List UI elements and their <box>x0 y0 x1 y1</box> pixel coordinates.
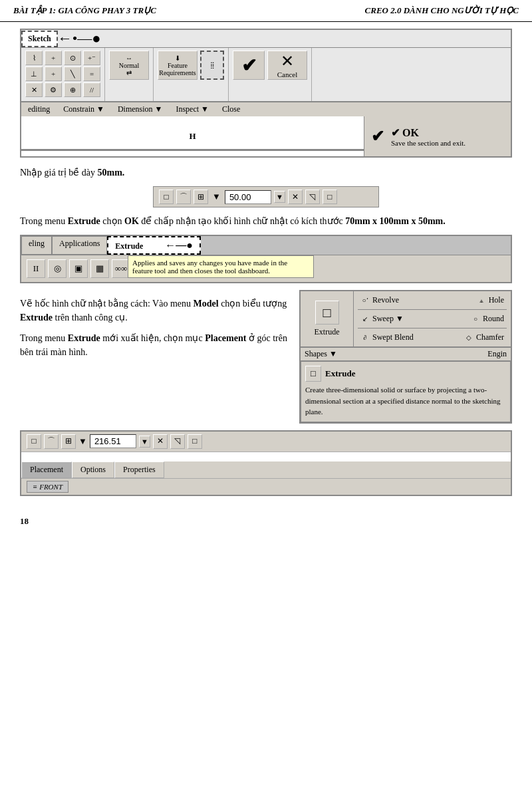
front-label-row: ≡ FRONT <box>21 478 511 495</box>
tooltip-box: Applies and saves any changes you have m… <box>128 255 314 278</box>
feature-req-group: ⬇ Feature Requirements ⣿ <box>158 51 224 80</box>
swept-blend-item[interactable]: ∂ Swept Blend ◇ Chamfer <box>358 331 507 344</box>
pause-btn[interactable]: II <box>27 259 45 278</box>
tab-placement[interactable]: Placement <box>21 461 72 478</box>
sweep-item[interactable]: ↙ Sweep ▼ ○ Round <box>358 313 507 325</box>
tab-eling[interactable]: eling <box>21 236 52 255</box>
tab-options[interactable]: Options <box>72 461 114 478</box>
round-label[interactable]: Round <box>483 314 504 324</box>
ok-save-label: ✔ OK <box>391 126 466 139</box>
sketch-tab[interactable]: Sketch <box>21 31 58 47</box>
shapes-label[interactable]: Shapes ▼ <box>305 349 337 359</box>
tab-extrude[interactable]: Extrude ←—● <box>107 236 201 255</box>
revolve-label: Revolve <box>372 295 399 305</box>
header-right: CREO 2.0 DÀNH CHO NGƯỜI TỰ HỌC <box>365 5 519 16</box>
extrude-info-title-text: Extrude <box>325 368 356 379</box>
tool-btn-8[interactable]: = <box>83 66 100 81</box>
menu-bar: editing Constrain ▼ Dimension ▼ Inspect … <box>21 102 511 116</box>
col2-bold2: Placement <box>205 333 246 343</box>
menu-constrain[interactable]: Constrain ▼ <box>57 102 111 116</box>
col1-bold1: Model <box>194 299 219 309</box>
toolbar-top-row: Sketch ←•—● <box>21 30 511 48</box>
bottom-depth-input[interactable] <box>90 434 136 448</box>
shapes-bar: Shapes ▼ Engin <box>301 347 511 361</box>
bottom-value-area: □ ⌒ ⊞ ▼ ▼ ✕ ◹ □ Placement Options Proper… <box>20 430 512 496</box>
extrude-btn-label: Extrude <box>315 327 340 337</box>
cancel-label: Cancel <box>277 70 298 78</box>
para1: Nhập giá trị bề dày 50mm. <box>20 166 512 180</box>
para1-text: Nhập giá trị bề dày <box>20 168 97 178</box>
revolve-icon: ○ʻ <box>360 296 370 305</box>
bottom-flat-icon[interactable]: □ <box>188 434 202 449</box>
grid-btn[interactable]: ▣ <box>69 259 88 278</box>
extrude-left-btn[interactable]: □ Extrude <box>301 291 354 346</box>
tool-btn-9[interactable]: ✕ <box>25 82 43 97</box>
angle-icon[interactable]: ◹ <box>305 190 320 204</box>
tool-btn-12[interactable]: // <box>83 82 100 97</box>
col-right-panel: □ Extrude ○ʻ Revolve ⟁ Hole <box>299 290 512 424</box>
bottom-unit-dropdown[interactable]: ▼ <box>139 436 150 448</box>
toolbar-area: Sketch ←•—● ⌇ + ⊙ +⁻ ⊥ + ╲ = <box>20 29 512 158</box>
engin-label: Engin <box>487 349 507 359</box>
feature-dotted-btn[interactable]: ⣿ <box>200 51 224 80</box>
tool-btn-10[interactable]: ⚙ <box>45 82 62 97</box>
menu-dimension[interactable]: Dimension ▼ <box>111 102 170 116</box>
extrude-3d-icon: □ <box>315 301 339 325</box>
extrude-tab-label: Extrude <box>115 241 143 251</box>
tool-btn-1[interactable]: ⌇ <box>25 51 43 65</box>
cancel-button[interactable]: ✕ Cancel <box>267 51 307 80</box>
no-sym-icon[interactable]: ✕ <box>288 190 303 204</box>
feature-req-button[interactable]: ⬇ Feature Requirements <box>158 51 198 80</box>
col-left-text: Vẽ hốc hình chữ nhật bằng cách: Vào menu… <box>20 290 289 424</box>
flat-icon[interactable]: □ <box>323 190 337 204</box>
extrude-arrow: ←—● <box>165 239 193 251</box>
depth-value-input[interactable] <box>225 190 271 204</box>
cancel-x-icon: ✕ <box>281 52 294 70</box>
icon-row1: ⌇ + ⊙ +⁻ <box>25 51 100 65</box>
ok-cancel-section: ✔ ✕ Cancel <box>229 48 312 101</box>
tool-btn-11[interactable]: ⊕ <box>64 82 81 97</box>
tab-applications[interactable]: Applications <box>52 236 107 255</box>
bottom-arc-icon[interactable]: ⌒ <box>44 434 59 449</box>
normal-section: ↔ Normal ⇄ <box>105 48 154 101</box>
sep2 <box>358 328 507 329</box>
ok-checkmark-button[interactable]: ✔ <box>233 51 265 80</box>
col2-text1: Trong menu <box>20 333 68 343</box>
page-number-section: 18 <box>0 509 532 533</box>
chamfer-label[interactable]: Chamfer <box>476 332 504 342</box>
extrude-info-icon: □ <box>305 366 321 382</box>
col2-text2: mới xuất hiện, chọn mục <box>100 333 205 343</box>
hole-label[interactable]: Hole <box>489 295 504 305</box>
tab-properties[interactable]: Properties <box>114 461 164 478</box>
dots-btn[interactable]: ▦ <box>90 259 109 278</box>
col1-bold2: Extrude <box>20 313 53 323</box>
revolve-item[interactable]: ○ʻ Revolve ⟁ Hole <box>358 294 507 307</box>
extrude-info-text: Create three-dimensional solid or surfac… <box>305 384 506 418</box>
grid-icon[interactable]: ⊞ <box>194 190 208 204</box>
menu-inspect[interactable]: Inspect ▼ <box>169 102 215 116</box>
chamfer-group: ◇ Chamfer <box>464 332 504 342</box>
bottom-rect-icon[interactable]: □ <box>27 434 41 449</box>
tool-btn-3[interactable]: ⊙ <box>64 51 81 65</box>
normal-button[interactable]: ↔ Normal ⇄ <box>109 51 149 80</box>
tool-btn-2[interactable]: + <box>45 51 62 65</box>
menu-editing[interactable]: editing <box>21 102 57 116</box>
circle-btn[interactable]: ◎ <box>48 259 66 278</box>
menu-close[interactable]: Close <box>215 102 247 116</box>
unit-dropdown[interactable]: ▼ <box>274 191 285 203</box>
bottom-grid-icon[interactable]: ⊞ <box>61 434 76 449</box>
hole-group: ⟁ Hole <box>477 295 504 305</box>
rect-icon[interactable]: □ <box>159 190 174 204</box>
left-icon-section: ⌇ + ⊙ +⁻ ⊥ + ╲ = ✕ ⚙ ⊕ // <box>21 48 105 101</box>
arc-icon[interactable]: ⌒ <box>176 190 191 204</box>
para2-text: Trong menu <box>20 216 68 226</box>
tool-btn-6[interactable]: + <box>45 66 62 81</box>
bottom-no-sym-icon[interactable]: ✕ <box>153 434 168 449</box>
bottom-angle-icon[interactable]: ◹ <box>170 434 185 449</box>
para2-bold3: 70mm x 100mm x 50mm. <box>345 216 445 226</box>
tool-btn-7[interactable]: ╲ <box>64 66 81 81</box>
round-icon: ○ <box>471 315 480 324</box>
tool-btn-5[interactable]: ⊥ <box>25 66 43 81</box>
tool-btn-4[interactable]: +⁻ <box>83 51 100 65</box>
extrude-tab-area: eling Applications Extrude ←—● II ◎ ▣ ▦ … <box>20 235 512 283</box>
